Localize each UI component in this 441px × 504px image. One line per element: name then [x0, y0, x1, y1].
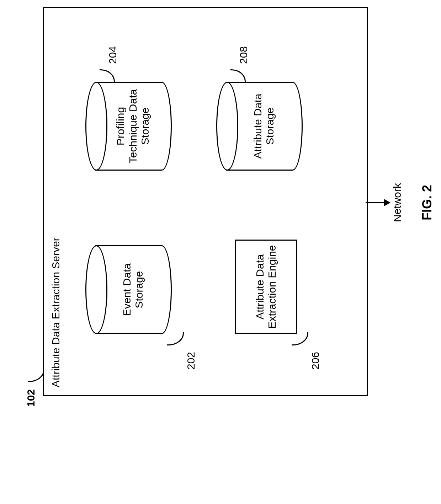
network-arrow	[366, 199, 390, 206]
extraction-engine-label-l2: Extraction Engine	[266, 245, 278, 328]
profiling-storage-label-l3: Storage	[139, 107, 151, 145]
extraction-engine-label-l1: Attribute Data	[254, 254, 266, 319]
diagram-stage: 102 Attribute Data Extraction Server Eve…	[0, 0, 441, 441]
server-title: Attribute Data Extraction Server	[50, 237, 62, 387]
event-data-storage-label-l1: Event Data	[121, 263, 133, 316]
attribute-data-storage: Attribute Data Storage	[216, 82, 302, 171]
profiling-technique-data-storage: Profiling Technique Data Storage	[85, 82, 171, 171]
ref-102-hook	[28, 369, 44, 382]
ref-202: 202	[185, 352, 197, 370]
attribute-storage-label-l2: Storage	[264, 107, 276, 145]
profiling-storage-label-l2: Technique Data	[127, 89, 139, 163]
event-data-storage-label-l2: Storage	[133, 271, 145, 308]
server-box	[43, 7, 368, 396]
ref-204: 204	[107, 46, 119, 64]
attribute-data-extraction-engine: Attribute Data Extraction Engine	[235, 240, 297, 334]
event-data-storage: Event Data Storage	[85, 245, 171, 334]
ref-208: 208	[238, 46, 250, 64]
figure-caption: FIG. 2	[420, 185, 435, 220]
network-label: Network	[391, 183, 403, 222]
attribute-storage-label-l1: Attribute Data	[252, 93, 264, 159]
ref-102: 102	[25, 389, 37, 407]
profiling-storage-label-l1: Profiling	[115, 107, 126, 145]
ref-206: 206	[309, 352, 322, 370]
